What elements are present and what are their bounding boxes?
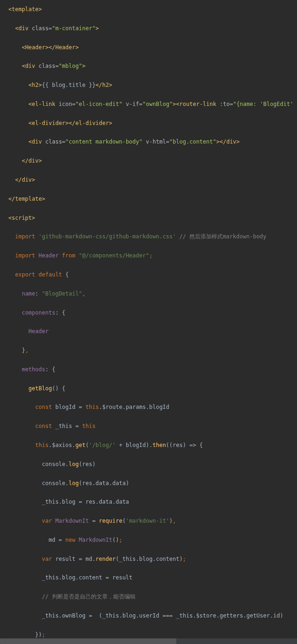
token-identifier: _this.blog.content = result [8, 574, 132, 581]
code-line [8, 355, 289, 364]
code-line: </div> [8, 175, 289, 184]
token-identifier: { [65, 271, 69, 278]
token-identifier [8, 593, 42, 600]
code-line: <div class="m-container"> [8, 24, 289, 33]
code-line [8, 279, 289, 289]
token-string: "BlogDetail" [42, 290, 82, 297]
token-tag: <el-link [28, 101, 58, 107]
token-this: this [82, 423, 96, 429]
token-identifier: : { [45, 366, 55, 373]
token-tag: <div [15, 25, 32, 32]
token-identifier [8, 101, 28, 107]
token-tag: > [82, 63, 85, 69]
code-line: Header [8, 327, 289, 336]
horizontal-scrollbar-track[interactable] [0, 638, 297, 644]
token-identifier: () { [52, 385, 65, 392]
token-property: Header [39, 252, 62, 259]
token-func: log [69, 461, 79, 467]
token-keyword: import [15, 252, 39, 259]
token-func: then [153, 442, 166, 448]
code-line [8, 90, 289, 99]
token-attr-value: "m-container" [52, 25, 96, 32]
token-identifier [8, 138, 28, 145]
token-identifier: ( [123, 518, 126, 524]
token-identifier: : [35, 290, 42, 297]
code-line: <el-divider></el-divider> [8, 118, 289, 128]
token-string: 'github-markdown-css/github-markdown.css… [39, 233, 176, 240]
code-line: md = new MarkdownIt(); [8, 535, 289, 545]
token-property: Header [28, 328, 48, 335]
code-line [8, 545, 289, 554]
token-punct: = [166, 138, 169, 145]
code-line [8, 602, 289, 611]
code-line [8, 507, 289, 516]
code-line: _this.blog.content = result [8, 573, 289, 582]
token-tag: ></div> [216, 138, 240, 145]
code-line [8, 109, 289, 118]
code-line: <el-link icon="el-icon-edit" v-if="ownBl… [8, 99, 289, 109]
token-punct: = [72, 101, 75, 107]
token-identifier: (res.data.data) [79, 480, 129, 486]
token-tag: > [96, 25, 99, 32]
code-line: <Header></Header> [8, 43, 289, 52]
token-attr-value: "el-icon-edit" [76, 101, 123, 107]
token-identifier: _this.blog = res.data.data [8, 499, 129, 505]
token-identifier [8, 290, 22, 297]
code-line [8, 242, 289, 251]
token-identifier: (res) [79, 461, 96, 467]
code-line: import 'github-markdown-css/github-markd… [8, 232, 289, 241]
code-line: console.log(res) [8, 460, 289, 469]
token-punct: = [62, 138, 65, 145]
code-line: getBlog() { [8, 384, 289, 393]
token-identifier: {{ blog.title }} [42, 82, 96, 88]
token-identifier: blogId = [55, 404, 85, 410]
code-line: console.log(res.data.data) [8, 479, 289, 488]
token-func: log [69, 480, 79, 486]
token-tag: ><router-link [173, 101, 220, 107]
token-identifier: .$route.params.blogId [99, 404, 169, 410]
code-line: var MarkdownIt = require('markdown-it'), [8, 516, 289, 526]
code-line [8, 261, 289, 270]
token-identifier [8, 366, 22, 373]
token-keyword: const [35, 404, 55, 410]
code-line: _this.ownBlog = (_this.blog.userId === _… [8, 611, 289, 620]
token-identifier: _this = [55, 423, 82, 429]
token-string: "@/components/Header" [79, 252, 149, 259]
token-func: require [99, 518, 123, 524]
token-tag: </div> [22, 158, 42, 164]
token-identifier [8, 518, 42, 524]
token-identifier [8, 423, 35, 429]
code-line [8, 204, 289, 213]
token-tag: <h2> [28, 82, 42, 88]
token-identifier [8, 120, 28, 126]
token-attr-name: v-html [146, 138, 166, 145]
code-line [8, 488, 289, 497]
code-line: <h2>{{ blog.title }}</h2> [8, 80, 289, 90]
token-property: name [22, 290, 35, 297]
token-identifier: }) [8, 631, 42, 638]
code-line [8, 450, 289, 459]
token-string: '/blog/' [89, 442, 116, 448]
token-identifier [8, 309, 22, 316]
code-editor[interactable]: <template> <div class="m-container"> <He… [0, 5, 297, 644]
code-line: export default { [8, 270, 289, 279]
code-line: _this.blog = res.data.data [8, 497, 289, 506]
code-line [8, 620, 289, 630]
token-identifier [8, 328, 28, 335]
code-line [8, 469, 289, 478]
code-line: <div class="content markdown-body" v-htm… [8, 137, 289, 146]
code-line: name: "BlogDetail", [8, 289, 289, 298]
token-identifier [8, 233, 15, 240]
code-line [8, 412, 289, 421]
horizontal-scrollbar-thumb[interactable] [0, 638, 176, 644]
token-tag: <div [28, 138, 45, 145]
code-line: components: { [8, 308, 289, 317]
token-identifier [8, 442, 35, 448]
token-identifier: (_this.blog.content) [116, 556, 183, 562]
token-keyword: const [35, 423, 55, 429]
token-attr-value: "mblog" [58, 63, 82, 69]
token-identifier [8, 158, 22, 164]
code-line [8, 583, 289, 592]
token-identifier: () [112, 537, 119, 543]
token-tag: </h2> [96, 82, 112, 88]
